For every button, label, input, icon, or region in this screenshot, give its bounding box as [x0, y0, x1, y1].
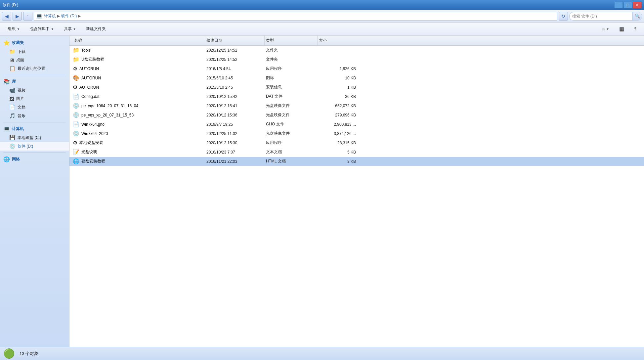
file-type-icon: 🎨 — [73, 75, 79, 81]
table-row[interactable]: 📝 光盘说明 2016/10/23 7:07 文本文档 5 KB — [69, 148, 644, 157]
refresh-button[interactable]: ↻ — [559, 12, 568, 21]
share-button[interactable]: 共享 ▼ — [60, 24, 80, 34]
file-date: 2015/5/10 2:45 — [205, 85, 265, 90]
file-date: 2020/12/25 14:52 — [205, 48, 265, 53]
file-size: 1,926 KB — [318, 67, 357, 71]
file-type-icon: ⚙ — [73, 84, 77, 90]
file-name: pe_yqs_1064_20_07_31_16_04 — [81, 104, 138, 108]
table-row[interactable]: 🌐 硬盘安装教程 2016/11/21 22:03 HTML 文档 3 KB — [69, 157, 644, 166]
sidebar-item-video[interactable]: 📹 视频 — [0, 86, 69, 95]
breadcrumb-computer[interactable]: 计算机 — [44, 13, 56, 19]
share-label: 共享 — [64, 26, 72, 32]
forward-button[interactable]: ▶ — [13, 12, 22, 21]
table-row[interactable]: 📁 U盘安装教程 2020/12/25 14:52 文件夹 — [69, 55, 644, 64]
file-type: DAT 文件 — [265, 94, 318, 99]
status-text: 13 个对象 — [20, 351, 38, 357]
sidebar-divider-3 — [3, 153, 66, 153]
table-row[interactable]: 💿 Win7x64_2020 2020/12/25 11:32 光盘映像文件 3… — [69, 129, 644, 138]
col-header-name[interactable]: 名称 — [73, 36, 205, 45]
table-row[interactable]: ⚙ AUTORUN 2015/5/10 2:45 安装信息 1 KB — [69, 83, 644, 92]
music-icon: 🎵 — [9, 113, 16, 119]
file-area: 名称 修改日期 类型 大小 📁 Tools 2020/12/25 14:52 文… — [69, 36, 644, 347]
file-type: 图标 — [265, 75, 318, 81]
table-row[interactable]: 📄 Win7x64.gho 2019/9/7 19:25 GHO 文件 2,90… — [69, 120, 644, 129]
file-name-cell: 💿 pe_yqs_xp_20_07_31_15_53 — [73, 112, 205, 118]
file-size: 10 KB — [318, 76, 357, 80]
file-date: 2020/10/12 15:42 — [205, 94, 265, 99]
window-controls: ─ □ ✕ — [614, 2, 641, 8]
col-header-type[interactable]: 类型 — [265, 36, 318, 45]
include-library-button[interactable]: 包含到库中 ▼ — [25, 24, 58, 34]
file-name-cell: ⚙ 本地硬盘安装 — [73, 140, 205, 146]
sidebar-item-downloads[interactable]: 📁 下载 — [0, 47, 69, 56]
new-folder-label: 新建文件夹 — [86, 26, 106, 32]
file-type-icon: 📁 — [73, 56, 79, 63]
table-row[interactable]: 💿 pe_yqs_xp_20_07_31_15_53 2020/10/12 15… — [69, 111, 644, 120]
column-headers: 名称 修改日期 类型 大小 — [69, 36, 644, 46]
downloads-label: 下载 — [18, 49, 25, 55]
breadcrumb: 💻 计算机 ▶ 软件 (D:) ▶ — [34, 12, 557, 21]
file-name-cell: 🌐 硬盘安装教程 — [73, 158, 205, 164]
file-size: 3 KB — [318, 159, 357, 164]
back-button[interactable]: ◀ — [2, 12, 11, 21]
file-name: Win7x64.gho — [81, 122, 105, 127]
new-folder-button[interactable]: 新建文件夹 — [82, 24, 110, 34]
file-date: 2015/5/10 2:45 — [205, 76, 265, 80]
table-row[interactable]: 📁 Tools 2020/12/25 14:52 文件夹 — [69, 46, 644, 55]
file-date: 2020/10/12 15:30 — [205, 141, 265, 145]
sidebar-item-pictures[interactable]: 🖼 图片 — [0, 95, 69, 103]
file-size: 5 KB — [318, 150, 357, 155]
search-icon[interactable]: 🔍 — [632, 12, 642, 21]
sidebar-group-favorites[interactable]: ⭐ 收藏夹 — [0, 38, 69, 47]
layout-button[interactable]: ▦ — [615, 24, 628, 34]
maximize-button[interactable]: □ — [623, 2, 632, 8]
table-row[interactable]: 💿 pe_yqs_1064_20_07_31_16_04 2020/10/12 … — [69, 101, 644, 111]
file-name-cell: ⚙ AUTORUN — [73, 84, 205, 90]
file-list: 📁 Tools 2020/12/25 14:52 文件夹 📁 U盘安装教程 20… — [69, 46, 644, 347]
address-bar: ◀ ▶ ↑ 💻 计算机 ▶ 软件 (D:) ▶ ↻ 🔍 — [0, 10, 644, 22]
up-button[interactable]: ↑ — [23, 12, 32, 21]
help-button[interactable]: ? — [630, 24, 641, 34]
table-row[interactable]: 📄 Config.dat 2020/10/12 15:42 DAT 文件 36 … — [69, 92, 644, 101]
table-row[interactable]: ⚙ 本地硬盘安装 2020/10/12 15:30 应用程序 28,315 KB — [69, 138, 644, 148]
sidebar-group-library[interactable]: 📚 库 — [0, 77, 69, 86]
col-header-size[interactable]: 大小 — [318, 36, 357, 45]
sidebar-item-desktop[interactable]: 🖥 桌面 — [0, 56, 69, 64]
sidebar-item-documents[interactable]: 📄 文档 — [0, 103, 69, 112]
table-row[interactable]: 🎨 AUTORUN 2015/5/10 2:45 图标 10 KB — [69, 73, 644, 83]
favorites-label: 收藏夹 — [12, 40, 24, 46]
file-name-cell: 📁 U盘安装教程 — [73, 56, 205, 63]
sidebar-item-recent[interactable]: 📋 最近访问的位置 — [0, 64, 69, 73]
library-icon: 📚 — [3, 78, 10, 85]
view-button[interactable]: ≡ ▼ — [597, 24, 613, 34]
sidebar-section-library: 📚 库 📹 视频 🖼 图片 📄 文档 🎵 音乐 — [0, 77, 69, 120]
minimize-button[interactable]: ─ — [614, 2, 623, 8]
col-header-date[interactable]: 修改日期 — [205, 36, 265, 45]
include-library-label: 包含到库中 — [30, 26, 50, 32]
file-size: 652,072 KB — [318, 104, 357, 108]
search-input[interactable] — [570, 14, 632, 19]
file-type: 光盘映像文件 — [265, 103, 318, 109]
file-type-icon: 📄 — [73, 121, 79, 127]
sidebar-group-computer[interactable]: 💻 计算机 — [0, 124, 69, 133]
network-label: 网络 — [12, 157, 20, 162]
sidebar-item-cdrive[interactable]: 💾 本地磁盘 (C:) — [0, 133, 69, 142]
file-type: 应用程序 — [265, 66, 318, 71]
table-row[interactable]: ⚙ AUTORUN 2016/1/8 4:54 应用程序 1,926 KB — [69, 64, 644, 73]
sidebar-item-music[interactable]: 🎵 音乐 — [0, 112, 69, 120]
sidebar-section-computer: 💻 计算机 💾 本地磁盘 (C:) 💿 软件 (D:) — [0, 124, 69, 151]
desktop-label: 桌面 — [16, 57, 24, 63]
share-arrow-icon: ▼ — [73, 27, 76, 31]
close-button[interactable]: ✕ — [633, 2, 641, 8]
sidebar-group-network[interactable]: 🌐 网络 — [0, 155, 69, 164]
file-date: 2016/11/21 22:03 — [205, 159, 265, 164]
breadcrumb-drive[interactable]: 软件 (D:) — [61, 13, 77, 19]
organize-button[interactable]: 组织 ▼ — [3, 24, 24, 34]
file-type: GHO 文件 — [265, 121, 318, 127]
sidebar-item-ddrive[interactable]: 💿 软件 (D:) — [0, 142, 69, 151]
sidebar-divider-2 — [3, 122, 66, 122]
desktop-icon: 🖥 — [9, 57, 14, 63]
file-name: U盘安装教程 — [81, 57, 104, 62]
pictures-icon: 🖼 — [9, 96, 14, 102]
file-date: 2016/1/8 4:54 — [205, 67, 265, 71]
